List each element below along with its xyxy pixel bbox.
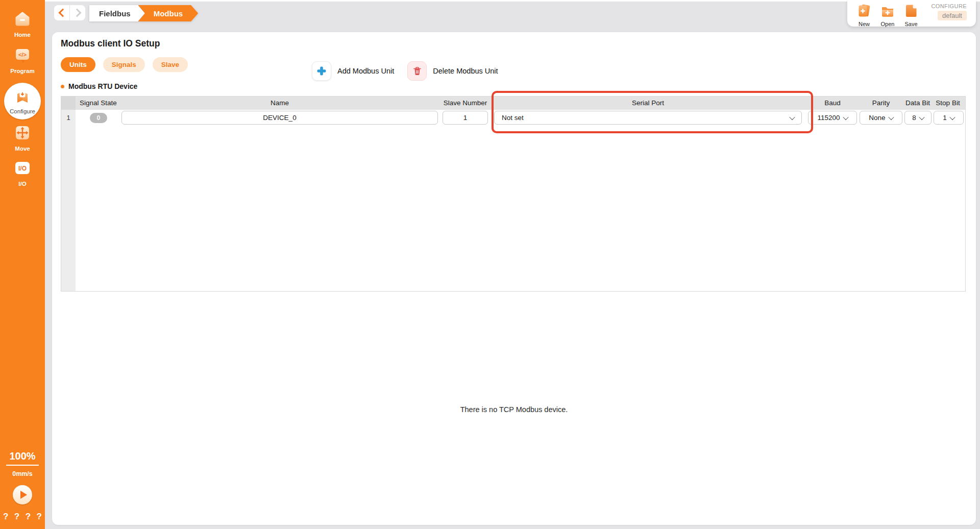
view-tabs: Units Signals Slave (61, 57, 188, 72)
save-button-label: Save (904, 21, 917, 27)
new-button[interactable]: New (853, 3, 875, 27)
speed-value: 0mm/s (0, 470, 45, 477)
col-header-slave-number: Slave Number (443, 97, 488, 110)
bullet-icon (61, 85, 64, 88)
history-nav (54, 5, 85, 20)
mode-indicator: CONFIGURE default (931, 3, 967, 20)
top-edge-strip (45, 0, 980, 2)
table-header: Signal State Name Slave Number Serial Po… (61, 97, 965, 110)
svg-text:</>: </> (18, 52, 27, 58)
sidebar: Home </> Program (0, 0, 45, 529)
col-header-name: Name (121, 97, 438, 110)
sidebar-item-io[interactable]: I/O I/O (0, 159, 45, 187)
row-index: 1 (61, 110, 76, 126)
serial-port-select[interactable]: Not set (494, 111, 802, 125)
move-icon (14, 124, 31, 143)
delete-modbus-unit-button[interactable]: Delete Modbus Unit (407, 61, 498, 81)
chevron-down-icon (789, 114, 795, 119)
stop-bit-select[interactable]: 1 (934, 111, 964, 125)
data-bit-value: 8 (912, 114, 916, 122)
main-panel: Modbus client IO Setup Units Signals Sla… (52, 32, 976, 525)
col-header-data-bit: Data Bit (903, 97, 932, 110)
program-icon: </> (14, 46, 31, 66)
open-folder-icon (880, 3, 895, 20)
app-window: Home </> Program (0, 0, 980, 529)
profile-badge[interactable]: default (938, 11, 967, 20)
sidebar-item-home[interactable]: Home (0, 10, 45, 38)
baud-value: 115200 (817, 114, 840, 122)
breadcrumb: Fieldbus Modbus (89, 5, 198, 21)
baud-select[interactable]: 115200 (808, 111, 857, 125)
new-file-icon (856, 3, 872, 20)
modbus-rtu-table: Signal State Name Slave Number Serial Po… (61, 96, 966, 292)
sidebar-item-move[interactable]: Move (0, 124, 45, 152)
save-button[interactable]: Save (900, 3, 922, 27)
parity-select[interactable]: None (860, 111, 902, 125)
sidebar-item-label: Home (14, 32, 31, 38)
sidebar-item-configure[interactable]: Configure (4, 83, 41, 119)
status-icon-row: ? ? ? ? (0, 512, 45, 522)
speed-underline (6, 465, 39, 466)
device-name-input[interactable] (121, 111, 438, 125)
col-header-baud: Baud (808, 97, 857, 110)
serial-port-value: Not set (502, 114, 524, 122)
tcp-empty-message: There is no TCP Modbus device. (52, 405, 976, 414)
chevron-right-icon (72, 9, 81, 17)
unknown-status-icon[interactable]: ? (3, 512, 8, 522)
open-button[interactable]: Open (877, 3, 898, 27)
io-icon: I/O (14, 159, 31, 179)
breadcrumb-item-fieldbus[interactable]: Fieldbus (89, 5, 145, 21)
chevron-down-icon (919, 114, 924, 119)
col-header-serial-port: Serial Port (494, 97, 802, 110)
open-button-label: Open (881, 21, 895, 27)
section-header: Modbus RTU Device (61, 82, 137, 90)
sidebar-item-label: Move (15, 146, 30, 152)
play-button[interactable] (13, 485, 32, 504)
unknown-status-icon[interactable]: ? (37, 512, 42, 522)
trash-icon (407, 61, 427, 81)
chevron-down-icon (888, 114, 894, 119)
tab-signals[interactable]: Signals (103, 57, 145, 72)
sidebar-item-label: I/O (18, 181, 26, 187)
delete-modbus-unit-label: Delete Modbus Unit (433, 67, 498, 75)
chevron-down-icon (843, 114, 848, 119)
home-icon (14, 10, 31, 30)
add-modbus-unit-label: Add Modbus Unit (337, 67, 394, 75)
unknown-status-icon[interactable]: ? (26, 512, 31, 522)
speed-indicator: 100% 0mm/s (0, 450, 45, 477)
plus-icon (312, 61, 331, 81)
tab-slave[interactable]: Slave (153, 57, 188, 72)
configure-icon (13, 88, 32, 108)
add-modbus-unit-button[interactable]: Add Modbus Unit (312, 61, 394, 81)
data-bit-select[interactable]: 8 (904, 111, 932, 125)
col-header-parity: Parity (860, 97, 902, 110)
file-toolbar: New Open (847, 0, 976, 27)
signal-state-badge: 0 (90, 113, 107, 123)
col-header-stop-bit: Stop Bit (932, 97, 964, 110)
mode-label: CONFIGURE (931, 3, 967, 9)
sidebar-item-label: Program (10, 68, 34, 74)
new-button-label: New (859, 21, 870, 27)
stop-bit-value: 1 (943, 114, 947, 122)
tab-units[interactable]: Units (61, 57, 95, 72)
svg-text:I/O: I/O (18, 165, 27, 172)
unknown-status-icon[interactable]: ? (14, 512, 19, 522)
col-header-signal-state: Signal State (80, 97, 117, 110)
back-button[interactable] (54, 5, 69, 20)
sidebar-item-label: Configure (10, 108, 35, 114)
sidebar-item-program[interactable]: </> Program (0, 46, 45, 74)
chevron-down-icon (949, 114, 955, 119)
slave-number-input[interactable] (443, 111, 488, 125)
play-icon (20, 491, 27, 499)
page-title: Modbus client IO Setup (61, 38, 160, 49)
breadcrumb-item-modbus[interactable]: Modbus (138, 5, 199, 21)
table-row: 1 0 Not set 115200 None 8 (61, 110, 965, 126)
parity-value: None (869, 114, 885, 122)
unit-actions: Add Modbus Unit Delete Modbus Unit (312, 61, 498, 81)
row-number-column (61, 110, 76, 291)
table-header-corner (61, 97, 76, 110)
section-title: Modbus RTU Device (68, 82, 137, 90)
speed-percent[interactable]: 100% (0, 450, 45, 462)
chevron-left-icon (58, 9, 67, 17)
forward-button[interactable] (70, 5, 85, 20)
